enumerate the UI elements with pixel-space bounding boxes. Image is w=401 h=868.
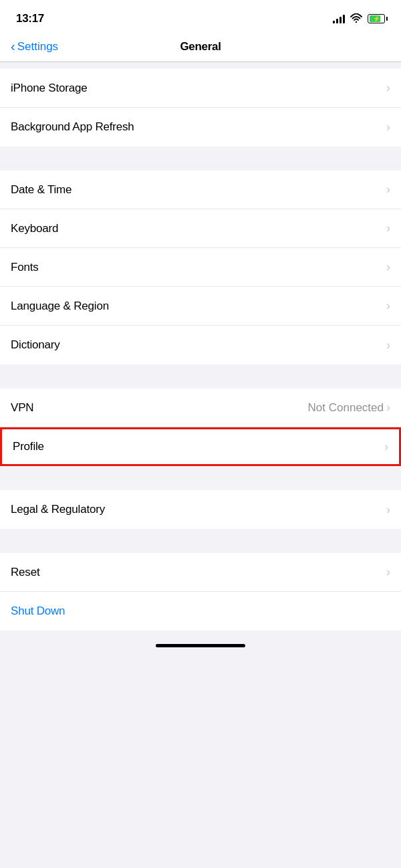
dictionary-right: › xyxy=(386,338,390,352)
list-item-legal-regulatory[interactable]: Legal & Regulatory › xyxy=(0,490,401,529)
section-datetime-keyboard: Date & Time › Keyboard › Fonts › Languag… xyxy=(0,171,401,364)
list-item-reset[interactable]: Reset › xyxy=(0,553,401,592)
back-chevron-icon: ‹ xyxy=(11,39,15,54)
section-gap-3 xyxy=(0,364,401,389)
background-app-refresh-label: Background App Refresh xyxy=(11,120,134,134)
signal-icon xyxy=(333,14,345,23)
chevron-right-icon: › xyxy=(386,338,390,352)
legal-regulatory-label: Legal & Regulatory xyxy=(11,503,105,516)
section-reset-shutdown: Reset › Shut Down xyxy=(0,553,401,631)
nav-bar: ‹ Settings General xyxy=(0,33,401,62)
section-gap-2 xyxy=(0,146,401,171)
section-legal: Legal & Regulatory › xyxy=(0,490,401,529)
chevron-right-icon: › xyxy=(386,260,390,274)
list-item-language-region[interactable]: Language & Region › xyxy=(0,287,401,326)
list-item-profile[interactable]: Profile › xyxy=(0,427,401,466)
status-bar: 13:17 ⚡ xyxy=(0,0,401,33)
language-region-label: Language & Region xyxy=(11,300,109,313)
chevron-right-icon: › xyxy=(384,440,388,454)
fonts-label: Fonts xyxy=(11,261,39,274)
list-item-fonts[interactable]: Fonts › xyxy=(0,248,401,287)
section-storage-refresh: iPhone Storage › Background App Refresh … xyxy=(0,69,401,146)
chevron-right-icon: › xyxy=(386,299,390,313)
dictionary-label: Dictionary xyxy=(11,338,60,352)
vpn-label: VPN xyxy=(11,401,33,415)
list-item-shut-down[interactable]: Shut Down xyxy=(0,592,401,631)
date-time-right: › xyxy=(386,183,390,197)
chevron-right-icon: › xyxy=(386,503,390,517)
vpn-right: Not Connected › xyxy=(308,401,390,415)
svg-point-0 xyxy=(356,21,357,22)
list-item-dictionary[interactable]: Dictionary › xyxy=(0,326,401,364)
chevron-right-icon: › xyxy=(386,183,390,197)
list-item-iphone-storage[interactable]: iPhone Storage › xyxy=(0,69,401,108)
shut-down-label: Shut Down xyxy=(11,605,65,618)
list-item-date-time[interactable]: Date & Time › xyxy=(0,171,401,209)
language-region-right: › xyxy=(386,299,390,313)
section-gap-1 xyxy=(0,62,401,69)
keyboard-right: › xyxy=(386,221,390,235)
chevron-right-icon: › xyxy=(386,221,390,235)
wifi-icon xyxy=(350,13,362,25)
chevron-right-icon: › xyxy=(386,120,390,134)
list-item-vpn[interactable]: VPN Not Connected › xyxy=(0,389,401,427)
section-vpn: VPN Not Connected › xyxy=(0,389,401,427)
status-time: 13:17 xyxy=(16,12,44,25)
chevron-right-icon: › xyxy=(386,81,390,95)
background-app-refresh-right: › xyxy=(386,120,390,134)
section-gap-4 xyxy=(0,466,401,490)
reset-right: › xyxy=(386,565,390,579)
chevron-right-icon: › xyxy=(386,565,390,579)
reset-label: Reset xyxy=(11,566,39,579)
profile-label: Profile xyxy=(13,440,44,453)
back-button[interactable]: ‹ Settings xyxy=(11,39,58,54)
battery-icon: ⚡ xyxy=(368,14,385,23)
status-icons: ⚡ xyxy=(333,13,385,25)
iphone-storage-right: › xyxy=(386,81,390,95)
date-time-label: Date & Time xyxy=(11,183,72,197)
home-bar xyxy=(156,644,245,647)
list-item-background-app-refresh[interactable]: Background App Refresh › xyxy=(0,108,401,146)
fonts-right: › xyxy=(386,260,390,274)
page-title: General xyxy=(180,40,221,53)
list-item-keyboard[interactable]: Keyboard › xyxy=(0,209,401,248)
profile-right: › xyxy=(384,440,388,454)
home-indicator xyxy=(0,644,401,653)
vpn-value: Not Connected xyxy=(308,401,384,415)
keyboard-label: Keyboard xyxy=(11,222,58,235)
iphone-storage-label: iPhone Storage xyxy=(11,82,87,95)
section-gap-5 xyxy=(0,529,401,553)
legal-regulatory-right: › xyxy=(386,503,390,517)
chevron-right-icon: › xyxy=(386,401,390,415)
back-label: Settings xyxy=(17,40,58,53)
